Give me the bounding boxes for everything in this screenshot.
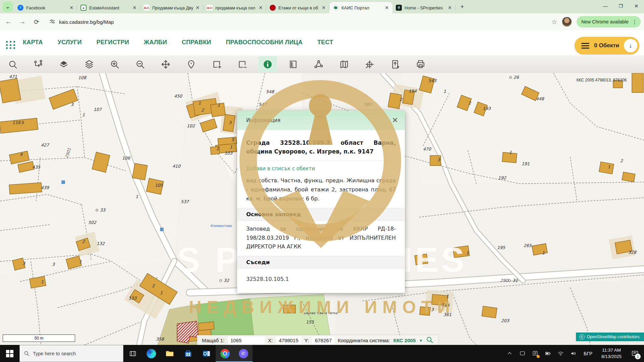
browser-tab-3[interactable]: ALO.Продавам къща Дву✕ — [140, 2, 203, 13]
map-label: 358 — [156, 337, 164, 342]
map-sheet-tool-icon[interactable] — [335, 56, 354, 72]
cadastre-map[interactable]: 4711081073111654501102427443529011064101… — [0, 73, 644, 345]
nav-item-5[interactable]: СПРАВКИ — [182, 39, 211, 46]
coord-system-value[interactable]: ККС 2005 — [393, 338, 416, 343]
new-chrome-button[interactable]: New Chrome available ⋮ — [577, 16, 641, 27]
viber-app-icon[interactable]: ✆ — [234, 345, 253, 362]
site-settings-icon[interactable] — [50, 19, 55, 25]
browser-tab-6[interactable]: КАИС Портал✕ — [329, 2, 392, 13]
tab-close-icon[interactable]: ✕ — [131, 5, 138, 11]
window-close-button[interactable]: ✕ — [629, 0, 644, 12]
scale-input[interactable]: 1065 — [228, 337, 265, 344]
task-view-button[interactable] — [123, 345, 142, 362]
tablet-mode-icon[interactable] — [517, 345, 528, 362]
select-add-tool-icon[interactable] — [207, 56, 226, 72]
hidden-icons-chevron[interactable] — [504, 345, 515, 362]
tab-close-icon[interactable]: ✕ — [321, 5, 327, 11]
pan-tool-icon[interactable] — [156, 56, 175, 72]
tab-close-icon[interactable]: ✕ — [68, 5, 74, 11]
browser-tab-4[interactable]: ALO.продавам къща сел✕ — [203, 2, 266, 13]
measure-tool-icon[interactable] — [284, 56, 303, 72]
nav-item-6[interactable]: ПРАВОСПОСОБНИ ЛИЦА — [226, 39, 303, 46]
map-label: 203 — [501, 318, 509, 323]
neighbor-item[interactable]: 32528.10.105.1 — [237, 273, 405, 290]
map-label: 547 — [259, 102, 267, 107]
start-button[interactable] — [0, 345, 19, 362]
browser-tab-7[interactable]: ⚲Home - SProperties✕ — [392, 2, 455, 13]
back-button[interactable]: ← — [3, 16, 14, 27]
objects-download-icon[interactable]: ↓ — [624, 39, 637, 52]
browser-tab-5[interactable]: Етажи от къщи в об✕ — [266, 2, 329, 13]
zoom-out-tool-icon[interactable] — [131, 56, 150, 72]
battery-icon[interactable] — [542, 345, 553, 362]
info-dialog-header[interactable]: Информация ✕ — [237, 111, 405, 130]
zoom-in-tool-icon[interactable] — [105, 56, 124, 72]
browser-tab-1[interactable]: fFacebook✕ — [14, 2, 77, 13]
reload-button[interactable]: ⟳ — [31, 16, 42, 27]
route-nodes-tool-icon[interactable] — [29, 56, 48, 72]
nav-item-4[interactable]: ЖАЛБИ — [144, 39, 167, 46]
dialog-close-icon[interactable]: ✕ — [392, 117, 398, 124]
map-label: 470 — [423, 146, 431, 152]
add-to-objects-link[interactable]: Добави в списък с обекти — [237, 166, 405, 172]
tab-title: КАИС Портал — [341, 5, 384, 10]
language-indicator[interactable]: БГР — [580, 351, 596, 356]
url-text: kais.cadastre.bg/bg/Map — [59, 19, 114, 25]
tab-search-button[interactable]: ⌄ — [3, 2, 13, 12]
layers-stack-tool-icon[interactable] — [80, 56, 99, 72]
window-minimize-button[interactable]: — — [598, 0, 613, 12]
browser-menu-icon[interactable]: ⋮ — [632, 19, 637, 25]
wifi-icon[interactable] — [555, 345, 566, 362]
map-label: 2 — [620, 158, 623, 163]
info-dialog: Информация ✕ Сграда 32528.10.105.2 облас… — [237, 111, 405, 293]
action-center-button[interactable]: 1 — [627, 345, 643, 362]
location-pin-tool-icon[interactable] — [182, 56, 201, 72]
update-status-icon[interactable] — [529, 345, 541, 362]
tab-close-icon[interactable]: ✕ — [258, 5, 264, 11]
info-tool-icon[interactable] — [258, 56, 277, 72]
objects-list-button[interactable]: 0 Обекти ↓ — [575, 37, 639, 54]
forward-button[interactable]: → — [17, 16, 28, 27]
edge-app-icon[interactable] — [142, 345, 160, 362]
volume-icon[interactable] — [568, 345, 579, 362]
topology-tool-icon[interactable] — [309, 56, 328, 72]
file-explorer-app-icon[interactable] — [160, 345, 179, 362]
axes-tool-icon[interactable] — [360, 56, 379, 72]
objects-menu-icon — [581, 43, 589, 49]
bookmark-star-icon[interactable]: ☆ — [551, 18, 557, 26]
print-tool-icon[interactable] — [411, 56, 430, 72]
coord-system-dropdown-icon[interactable]: ▼ — [419, 339, 423, 343]
tab-close-icon[interactable]: ✕ — [384, 5, 390, 11]
map-label: 191 — [522, 161, 530, 166]
layer-tool-icon[interactable] — [54, 56, 73, 72]
window-maximize-button[interactable]: ❐ — [613, 0, 629, 12]
url-field[interactable]: kais.cadastre.bg/bg/Map — [45, 16, 431, 27]
nav-item-3[interactable]: РЕГИСТРИ — [97, 39, 129, 46]
profile-avatar[interactable] — [562, 17, 572, 27]
map-scale-bar: 50 m — [3, 335, 75, 342]
osm-attribution[interactable]: © OpenStreetMap contributors. — [576, 333, 644, 341]
chrome-app-icon[interactable] — [216, 345, 234, 362]
nav-item-7[interactable]: ТЕСТ — [317, 39, 333, 46]
browser-tab-2[interactable]: ▲EstateAssistant✕ — [77, 2, 140, 13]
new-tab-button[interactable]: + — [458, 2, 467, 11]
store-app-icon[interactable] — [179, 345, 197, 362]
nav-item-1[interactable]: КАРТА — [23, 39, 43, 46]
taskbar-search-box[interactable]: Type here to search — [19, 345, 123, 362]
tab-close-icon[interactable]: ✕ — [447, 5, 453, 11]
select-remove-tool-icon[interactable] — [233, 56, 252, 72]
outlook-app-icon[interactable] — [197, 345, 216, 362]
map-corner-reference: ККС 2005 4798013, 678206 — [577, 78, 627, 82]
nav-item-2[interactable]: УСЛУГИ — [58, 39, 82, 46]
apps-grid-icon[interactable] — [6, 41, 16, 50]
tab-close-icon[interactable]: ✕ — [195, 5, 201, 11]
search-tool-icon[interactable] — [3, 56, 22, 72]
map-toolbar — [0, 55, 644, 73]
export-tool-icon[interactable] — [386, 56, 405, 72]
section-neighbors: Съседи — [237, 256, 405, 268]
taskbar-clock[interactable]: 11:37 AM 8/13/2025 — [597, 347, 626, 359]
map-label: 107 — [94, 107, 102, 112]
map-label: 4 — [20, 152, 23, 157]
coordinate-search-icon[interactable] — [426, 336, 433, 345]
map-label: 3 — [229, 120, 232, 125]
